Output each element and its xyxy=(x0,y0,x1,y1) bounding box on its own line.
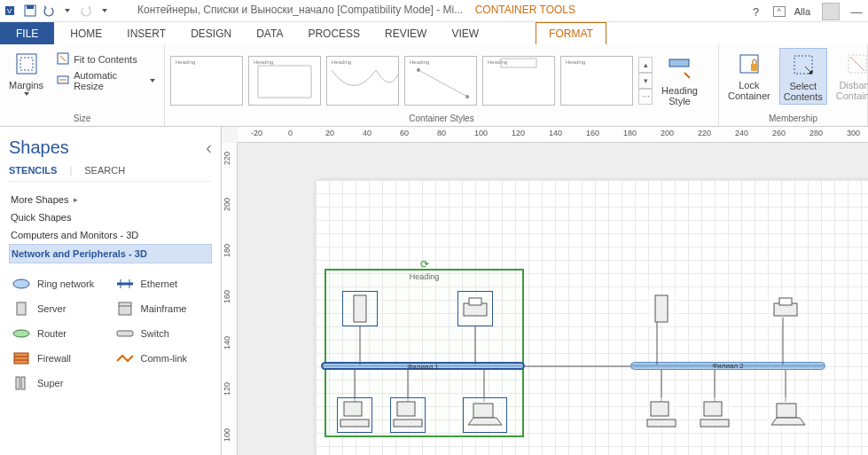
drawing-page[interactable]: ⟳ Heading Филиал 1 Филиал 2 xyxy=(316,180,868,455)
container-style-1[interactable] xyxy=(170,56,243,106)
margins-button[interactable]: Margins xyxy=(5,48,47,98)
select-contents-button[interactable]: Select Contents xyxy=(779,48,827,105)
more-shapes[interactable]: More Shapes▸ xyxy=(9,191,212,208)
lock-container-button[interactable]: Lock Container xyxy=(724,48,774,103)
group-size-label: Size xyxy=(5,113,159,124)
device-laptop-1[interactable] xyxy=(463,397,507,433)
container-style-3[interactable] xyxy=(326,56,399,106)
svg-rect-23 xyxy=(119,302,131,315)
shape-router[interactable]: Router xyxy=(9,322,109,345)
device-laptop-2[interactable] xyxy=(766,397,810,433)
container-heading: Heading xyxy=(326,272,522,281)
style-gallery-scroller[interactable]: ▴▾⋯ xyxy=(638,57,653,105)
stencil-computers[interactable]: Computers and Monitors - 3D xyxy=(9,226,212,244)
avatar[interactable] xyxy=(822,3,840,20)
svg-rect-31 xyxy=(21,377,25,389)
shapes-collapse-icon[interactable]: ‹ xyxy=(206,137,212,158)
lock-label: Lock Container xyxy=(728,80,770,101)
margins-label: Margins xyxy=(9,80,43,90)
container-style-5[interactable] xyxy=(482,56,555,106)
tab-review[interactable]: REVIEW xyxy=(372,22,439,44)
heading-style-button[interactable]: Heading Style xyxy=(658,53,701,108)
shape-ethernet[interactable]: Ethernet xyxy=(113,272,213,295)
auto-resize-icon xyxy=(56,73,70,89)
device-server-2[interactable] xyxy=(644,291,679,326)
auto-resize-button[interactable]: Automatic Resize xyxy=(52,71,159,90)
container-style-6[interactable] xyxy=(560,56,633,106)
svg-rect-43 xyxy=(397,402,415,416)
svg-rect-30 xyxy=(16,377,20,389)
tab-process[interactable]: PROCESS xyxy=(295,22,372,44)
ethernet-bar-2[interactable]: Филиал 2 xyxy=(630,362,825,370)
shape-server[interactable]: Server xyxy=(9,297,109,320)
tab-insert[interactable]: INSERT xyxy=(114,22,178,44)
svg-rect-14 xyxy=(751,64,758,71)
rotate-handle-icon[interactable]: ⟳ xyxy=(420,258,429,271)
search-tab[interactable]: SEARCH xyxy=(84,165,125,176)
save-icon[interactable] xyxy=(22,3,38,19)
shape-super[interactable]: Super xyxy=(9,372,109,395)
comm-link-icon xyxy=(114,349,136,367)
svg-line-10 xyxy=(418,70,467,97)
shape-comm-link[interactable]: Comm-link xyxy=(113,347,213,370)
redo-icon[interactable] xyxy=(78,3,94,19)
group-styles-label: Container Styles xyxy=(170,113,713,124)
margins-icon xyxy=(12,50,41,78)
svg-rect-4 xyxy=(17,54,36,74)
canvas-area[interactable]: -200204060801001201401601802002202402602… xyxy=(222,127,868,455)
shape-firewall[interactable]: Firewall xyxy=(9,347,109,370)
fit-label: Fit to Contents xyxy=(74,54,137,65)
svg-rect-27 xyxy=(14,353,28,364)
stencils-tab[interactable]: STENCILS xyxy=(9,165,57,176)
ethernet-bar-1[interactable]: Филиал 1 xyxy=(321,362,525,370)
visio-app-icon: V xyxy=(4,3,20,19)
tab-format[interactable]: FORMAT xyxy=(536,22,606,44)
user-name[interactable]: Alla xyxy=(794,6,810,17)
tab-design[interactable]: DESIGN xyxy=(178,22,244,44)
tab-data[interactable]: DATA xyxy=(244,22,295,44)
container-style-4[interactable] xyxy=(404,56,477,106)
svg-rect-45 xyxy=(473,404,493,418)
select-contents-label: Select Contents xyxy=(784,81,823,102)
shape-ring-network[interactable]: Ring network xyxy=(9,272,109,295)
help-icon[interactable]: ? xyxy=(748,4,764,20)
stencil-network[interactable]: Network and Peripherals - 3D xyxy=(9,244,212,263)
device-pc-3[interactable] xyxy=(644,397,679,433)
svg-rect-57 xyxy=(704,402,722,416)
vertical-ruler: 220200180160140120100 xyxy=(222,143,238,455)
svg-rect-55 xyxy=(651,402,669,416)
svg-rect-42 xyxy=(340,420,369,427)
shape-switch[interactable]: Switch xyxy=(113,322,213,345)
svg-rect-3 xyxy=(27,5,34,9)
tab-view[interactable]: VIEW xyxy=(439,22,491,44)
chevron-down-icon xyxy=(24,92,29,96)
shape-mainframe[interactable]: Mainframe xyxy=(113,297,213,320)
undo-dropdown-icon[interactable] xyxy=(59,3,75,19)
router-icon xyxy=(11,325,32,342)
disband-container-button[interactable]: Disband Container xyxy=(833,48,868,103)
svg-point-18 xyxy=(13,279,29,288)
server-icon xyxy=(11,300,32,318)
ring-network-icon xyxy=(11,275,32,293)
svg-marker-46 xyxy=(468,418,502,425)
device-pc-4[interactable] xyxy=(697,397,732,433)
fit-contents-button[interactable]: Fit to Contents xyxy=(52,50,159,69)
tab-home[interactable]: HOME xyxy=(58,22,114,44)
device-server-1[interactable] xyxy=(342,291,378,326)
tab-file[interactable]: FILE xyxy=(0,22,54,44)
qat-customize-icon[interactable] xyxy=(97,3,113,19)
svg-rect-59 xyxy=(777,404,796,418)
svg-rect-12 xyxy=(669,59,689,67)
device-pc-2[interactable] xyxy=(390,397,426,433)
svg-rect-58 xyxy=(700,420,729,427)
svg-rect-5 xyxy=(20,58,33,70)
contextual-tab-label: CONTAINER TOOLS xyxy=(475,4,575,16)
container-style-2[interactable] xyxy=(248,56,321,106)
quick-shapes[interactable]: Quick Shapes xyxy=(9,208,212,226)
undo-icon[interactable] xyxy=(41,3,57,19)
device-pc-1[interactable] xyxy=(337,397,372,433)
ribbon-collapse-icon[interactable]: ^ xyxy=(773,6,786,17)
device-printer-1[interactable] xyxy=(457,291,493,326)
device-printer-2[interactable] xyxy=(768,291,803,326)
minimize-icon[interactable]: — xyxy=(848,4,864,20)
